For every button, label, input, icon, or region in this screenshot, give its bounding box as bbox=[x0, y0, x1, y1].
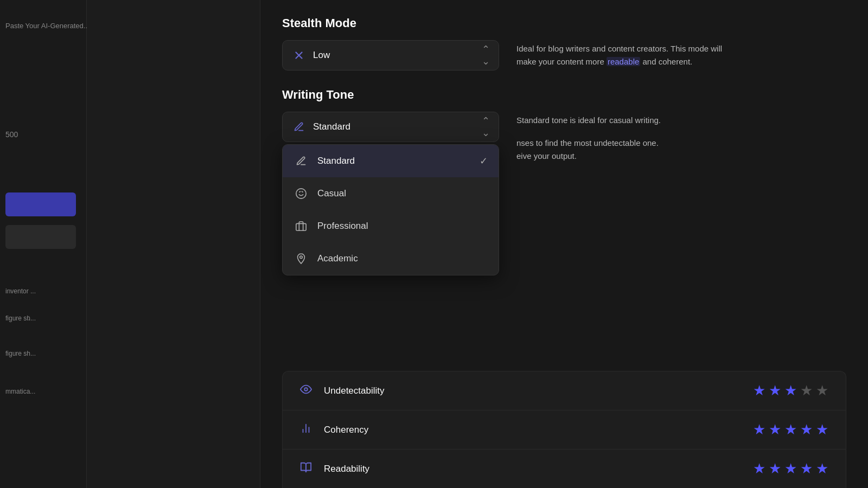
writing-tone-value: Standard bbox=[313, 121, 482, 132]
standard-icon bbox=[293, 153, 309, 169]
readability-row: Readability ★ ★ ★ ★ ★ bbox=[283, 450, 846, 488]
svg-point-7 bbox=[304, 388, 308, 391]
stealth-mode-value: Low bbox=[313, 50, 482, 61]
star-5: ★ bbox=[816, 382, 828, 399]
metrics-section: Undetectability ★ ★ ★ ★ ★ bbox=[282, 371, 846, 488]
writing-tone-dropdown-menu: Standard ✓ bbox=[282, 144, 499, 275]
undetectability-label: Undetectability bbox=[324, 386, 744, 396]
dropdown-item-casual[interactable]: Casual bbox=[283, 177, 499, 210]
sidebar-paste-label: Paste Your AI-Generated... bbox=[5, 22, 90, 30]
readability-label: Readability bbox=[324, 464, 744, 474]
star-1: ★ bbox=[753, 460, 765, 477]
sidebar-item-3[interactable]: figure sh... bbox=[5, 350, 36, 357]
coherency-icon bbox=[300, 422, 315, 438]
sidebar: Paste Your AI-Generated... 500 inventor … bbox=[0, 0, 87, 488]
writing-tone-select[interactable]: Standard ⌃⌄ bbox=[282, 112, 499, 142]
svg-point-6 bbox=[300, 256, 303, 259]
coherency-row: Coherency ★ ★ ★ ★ ★ bbox=[283, 410, 846, 450]
dropdown-item-professional[interactable]: Professional bbox=[283, 210, 499, 242]
star-1: ★ bbox=[753, 421, 765, 438]
stealth-mode-arrows-icon: ⌃⌄ bbox=[482, 43, 490, 67]
left-panel bbox=[87, 0, 260, 488]
stealth-mode-row: Low ⌃⌄ Ideal for blog writers and conten… bbox=[282, 40, 846, 70]
undetectability-icon bbox=[300, 383, 315, 399]
star-3: ★ bbox=[784, 421, 797, 438]
star-3: ★ bbox=[784, 382, 797, 399]
checkmark-icon: ✓ bbox=[480, 155, 488, 167]
academic-label: Academic bbox=[317, 253, 488, 264]
sidebar-item-2[interactable]: figure sh... ⋮ bbox=[5, 314, 36, 322]
sidebar-item-1[interactable]: inventor ... bbox=[5, 287, 36, 295]
main-area: Stealth Mode Low ⌃⌄ Ideal for blog write… bbox=[87, 0, 868, 488]
sidebar-primary-button[interactable] bbox=[5, 192, 76, 216]
star-5: ★ bbox=[816, 421, 828, 438]
undetectability-stars: ★ ★ ★ ★ ★ bbox=[753, 382, 828, 399]
undetectability-row: Undetectability ★ ★ ★ ★ ★ bbox=[283, 371, 846, 410]
star-4: ★ bbox=[800, 421, 813, 438]
dropdown-item-standard[interactable]: Standard ✓ bbox=[283, 145, 499, 177]
writing-tone-title: Writing Tone bbox=[282, 88, 846, 102]
stealth-mode-section: Stealth Mode Low ⌃⌄ Ideal for blog write… bbox=[282, 16, 846, 70]
star-2: ★ bbox=[769, 460, 781, 477]
sidebar-dots-icon[interactable]: ⋮ bbox=[24, 314, 33, 322]
professional-label: Professional bbox=[317, 221, 488, 232]
svg-rect-5 bbox=[296, 223, 306, 230]
star-2: ★ bbox=[769, 421, 781, 438]
academic-icon bbox=[293, 251, 309, 266]
readability-icon bbox=[300, 461, 315, 477]
coherency-label: Coherency bbox=[324, 425, 744, 435]
standard-label: Standard bbox=[317, 156, 471, 166]
readable-highlight: readable bbox=[607, 57, 640, 66]
star-4: ★ bbox=[800, 382, 813, 399]
sidebar-secondary-button[interactable] bbox=[5, 225, 76, 249]
stealth-mode-title: Stealth Mode bbox=[282, 16, 846, 30]
writing-tone-dropdown-container: Standard ⌃⌄ bbox=[282, 112, 499, 142]
writing-tone-arrows-icon: ⌃⌄ bbox=[482, 115, 490, 139]
sidebar-item-4[interactable]: mmatica... bbox=[5, 388, 35, 395]
writing-tone-desc-area: Standard tone is ideal for casual writin… bbox=[516, 112, 661, 163]
stealth-mode-icon bbox=[291, 48, 307, 63]
dropdown-item-academic[interactable]: Academic bbox=[283, 242, 499, 275]
star-5: ★ bbox=[816, 460, 828, 477]
settings-panel: Stealth Mode Low ⌃⌄ Ideal for blog write… bbox=[260, 0, 868, 488]
casual-label: Casual bbox=[317, 188, 488, 199]
multi-response-text: nses to find the most undetectable one. … bbox=[516, 137, 661, 163]
coherency-stars: ★ ★ ★ ★ ★ bbox=[753, 421, 828, 438]
svg-point-2 bbox=[296, 189, 306, 198]
writing-tone-icon bbox=[291, 119, 307, 134]
stealth-mode-description: Ideal for blog writers and content creat… bbox=[516, 42, 723, 68]
writing-tone-description: Standard tone is ideal for casual writin… bbox=[516, 114, 661, 127]
star-4: ★ bbox=[800, 460, 813, 477]
star-1: ★ bbox=[753, 382, 765, 399]
casual-icon bbox=[293, 186, 309, 201]
writing-tone-section: Writing Tone Standard ⌃⌄ bbox=[282, 88, 846, 163]
professional-icon bbox=[293, 219, 309, 234]
stealth-mode-desc: Ideal for blog writers and content creat… bbox=[516, 40, 723, 68]
sidebar-count: 500 bbox=[5, 130, 18, 139]
star-3: ★ bbox=[784, 460, 797, 477]
writing-tone-row: Standard ⌃⌄ bbox=[282, 112, 846, 163]
star-2: ★ bbox=[769, 382, 781, 399]
stealth-mode-select[interactable]: Low ⌃⌄ bbox=[282, 40, 499, 70]
readability-stars: ★ ★ ★ ★ ★ bbox=[753, 460, 828, 477]
